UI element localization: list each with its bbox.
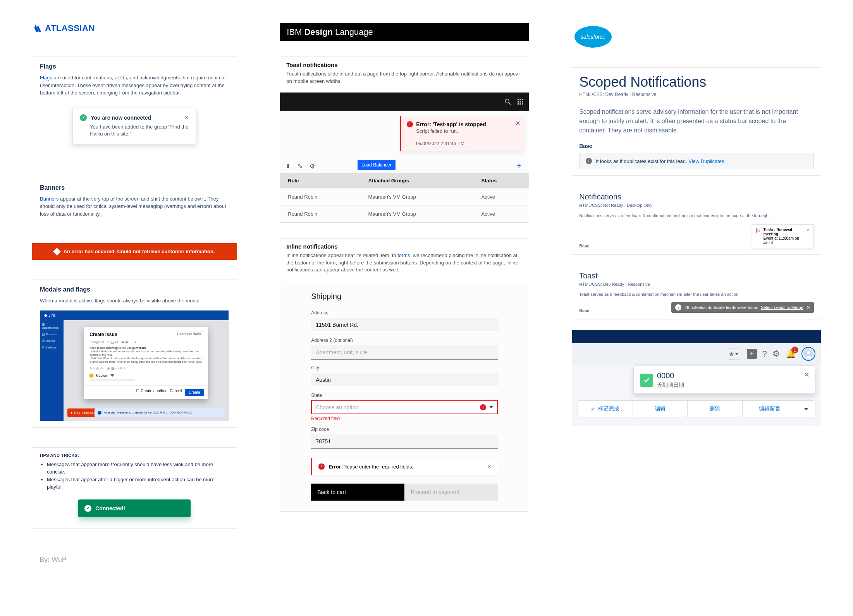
table-header: Attached Groups — [361, 173, 474, 189]
search-icon[interactable] — [504, 98, 512, 106]
table-row[interactable]: Round RobinMaureen's VM GroupActive — [280, 205, 529, 222]
forms-link[interactable]: forms — [397, 252, 410, 258]
gear-icon[interactable]: ⚙ — [772, 349, 780, 359]
section-heading: Toast notifications — [286, 62, 523, 68]
address2-label: Address 2 (optional) — [311, 338, 498, 343]
rules-table: Rule Attached Groups Status Round RobinM… — [280, 173, 529, 222]
back-button[interactable]: Back to cart — [311, 484, 404, 501]
section-heading: Modals and flags — [40, 286, 229, 293]
inline-description: Inline notifications appear near its rel… — [286, 252, 523, 274]
error-icon: ! — [480, 404, 486, 410]
salesforce-logo: salesforce — [572, 23, 821, 52]
notifications-bell[interactable]: 🔔 1 — [786, 349, 796, 359]
apps-icon[interactable] — [516, 98, 524, 106]
create-button[interactable]: Create — [185, 389, 204, 396]
toast-timestamp: 05/09/2022 2:41:46 PM — [416, 141, 486, 146]
section-heading: Banners — [40, 184, 229, 191]
required-text: Required field — [311, 416, 498, 421]
toolbar-icons: ⬇ ✎ ⚙ — [285, 163, 315, 170]
city-input[interactable] — [311, 373, 498, 387]
load-balancer-button[interactable]: Load Balancer — [358, 160, 395, 170]
table-row[interactable]: Round RobinMaureen's VM GroupActive — [280, 188, 529, 205]
edit-comment-button[interactable]: 编辑留言 — [743, 401, 797, 417]
sf-scoped-section: Scoped Notifications HTML/CSS: Dev Ready… — [572, 67, 821, 176]
close-icon[interactable]: ✕ — [807, 228, 810, 245]
toast-title: Error: 'Test-app' is stopped — [416, 121, 486, 127]
proceed-button[interactable]: Proceed to payment — [404, 484, 498, 501]
base-label: Base — [579, 143, 814, 149]
svg-rect-9 — [520, 103, 521, 105]
address-input[interactable] — [311, 318, 498, 332]
svg-rect-2 — [518, 99, 519, 100]
help-icon[interactable]: ? — [762, 349, 767, 359]
sf-toast-section: Toast HTML/CSS: Dev Ready · Responsive T… — [572, 265, 821, 319]
state-select[interactable]: Choose an option ! — [311, 400, 498, 414]
favorite-button[interactable]: ★ — [726, 348, 741, 360]
scoped-notification: i It looks as if duplicates exist for th… — [579, 153, 814, 169]
cancel-button[interactable]: Cancel — [170, 389, 182, 396]
delete-button[interactable]: 删除 — [688, 401, 742, 417]
close-icon[interactable]: ✕ — [515, 120, 520, 127]
toast-body: Script failed to run. — [416, 128, 486, 134]
info-flag: Atlassian website is updated for ver 2.2… — [95, 408, 225, 417]
svg-line-1 — [509, 103, 511, 105]
add-button[interactable]: + — [517, 162, 521, 170]
svg-rect-8 — [518, 103, 519, 105]
add-button[interactable]: + — [747, 349, 757, 359]
popup-sub: 无到期日期 — [657, 382, 684, 389]
edit-button[interactable]: 编辑 — [633, 401, 688, 417]
edit-icon[interactable]: ✎ — [298, 163, 303, 170]
atlassian-logo-icon — [32, 23, 42, 33]
create-another-checkbox[interactable]: ☐ Create another — [136, 389, 167, 396]
tips-section: TIPS AND TRICKS: Messages that appear mo… — [32, 447, 237, 528]
section-heading: Toast — [579, 271, 814, 280]
notifications-description: Notifications serve as a feedback & conf… — [579, 213, 814, 219]
tips-heading: TIPS AND TRICKS: — [39, 453, 230, 458]
configure-fields-button[interactable]: Configure fields — [175, 331, 205, 337]
sf-notifications-section: Notifications HTML/CSS: Not Ready · Desk… — [572, 186, 821, 255]
toast-description: Toast serves as a feedback & confirmatio… — [579, 292, 814, 297]
ibm-toast-section: Toast notifications Toast notifications … — [280, 57, 529, 223]
zip-label: Zip code — [311, 427, 498, 432]
atlassian-flags-section: Flags Flags are used for confirmations, … — [32, 57, 237, 158]
close-icon[interactable]: ✕ — [487, 464, 492, 470]
popup-title: 0000 — [657, 371, 684, 380]
mark-complete-button[interactable]: ✓标记完成 — [578, 401, 633, 417]
close-icon[interactable]: ✕ — [807, 305, 810, 310]
table-header: Rule — [280, 173, 360, 189]
flags-description: Flags are used for confirmations, alerts… — [40, 74, 229, 97]
address2-input[interactable] — [311, 345, 498, 360]
ibm-logo: IBM Design Language — [280, 23, 529, 41]
section-sub: HTML/CSS: Dev Ready · Responsive — [579, 282, 814, 287]
section-heading: Inline notifications — [286, 243, 523, 250]
svg-rect-3 — [520, 99, 521, 100]
toast-description: Toast notifications slide in and out a p… — [286, 70, 523, 85]
notification-tile[interactable]: ▢ Tesla - Renewal meeting Event at 11:00… — [752, 224, 814, 248]
banners-link[interactable]: Banners — [40, 196, 58, 202]
gear-icon[interactable]: ⚙ — [310, 163, 315, 170]
view-duplicates-link[interactable]: View Duplicates. — [688, 158, 726, 164]
zip-input[interactable] — [311, 434, 498, 449]
tip-item: Messages that appear after a bigger or m… — [47, 476, 230, 491]
error-icon: ! — [318, 463, 325, 470]
dark-toast: i 26 potential duplicate leads were foun… — [671, 302, 814, 313]
error-icon: ! — [407, 121, 413, 127]
form-title: Shipping — [311, 292, 498, 301]
merge-link[interactable]: Select Leads to Merge — [761, 305, 803, 310]
ibm-inline-section: Inline notifications Inline notification… — [280, 238, 529, 512]
byline: By: WuP — [40, 556, 237, 564]
flags-link[interactable]: Flags — [40, 75, 52, 81]
close-icon[interactable]: ✕ — [804, 371, 810, 379]
more-actions-button[interactable] — [797, 401, 815, 417]
connected-toast: ✓ Connected! — [78, 499, 191, 517]
info-icon: i — [586, 158, 592, 164]
avatar[interactable] — [801, 347, 815, 361]
download-icon[interactable]: ⬇ — [285, 163, 291, 170]
task-action-bar: ✓标记完成 编辑 删除 编辑留言 — [578, 400, 815, 417]
section-sub: HTML/CSS: Dev Ready · Responsive — [579, 92, 814, 97]
error-banner: An error has occured. Could not retreive… — [32, 243, 237, 260]
close-icon[interactable]: ✕ — [184, 115, 189, 121]
state-label: State — [311, 393, 498, 398]
jira-topbar: ◆ Jira — [40, 311, 229, 320]
atlassian-banners-section: Banners Banners appear at the very top o… — [32, 178, 237, 261]
